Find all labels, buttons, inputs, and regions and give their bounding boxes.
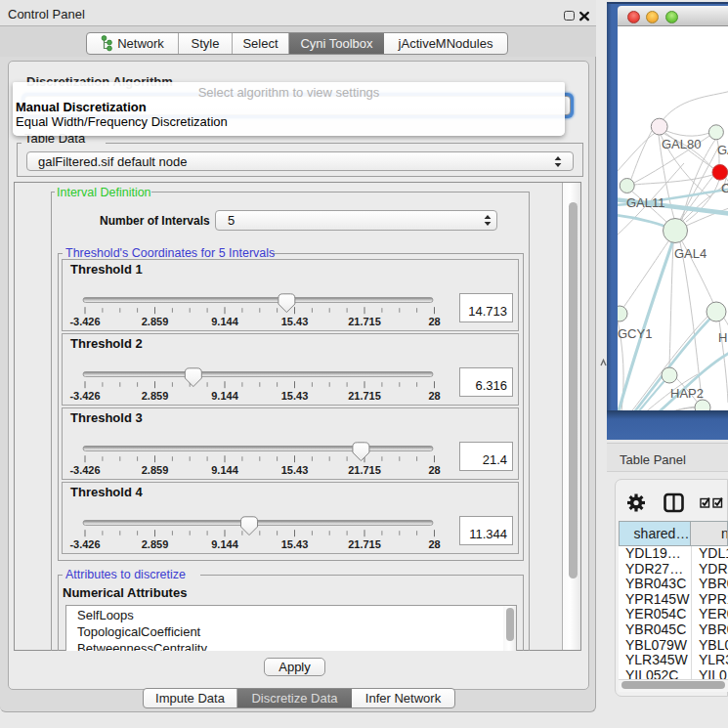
svg-text:GAL4: GAL4: [674, 246, 707, 261]
svg-text:-3.426: -3.426: [69, 390, 100, 402]
svg-text:GCY1: GCY1: [618, 326, 652, 341]
svg-text:28: 28: [428, 538, 440, 550]
svg-text:28: 28: [428, 316, 440, 327]
svg-text:C: C: [721, 181, 728, 195]
svg-text:GAL80: GAL80: [662, 137, 701, 151]
svg-text:15.43: 15.43: [281, 538, 309, 550]
svg-text:15.43: 15.43: [281, 464, 309, 476]
svg-text:2.859: 2.859: [142, 390, 169, 402]
svg-text:21.715: 21.715: [348, 538, 381, 550]
svg-text:-3.426: -3.426: [69, 464, 100, 476]
svg-text:21.715: 21.715: [348, 390, 381, 402]
svg-text:2.859: 2.859: [142, 464, 169, 476]
svg-text:HAP2: HAP2: [670, 386, 704, 401]
svg-text:9.144: 9.144: [211, 316, 238, 327]
svg-text:15.43: 15.43: [281, 316, 309, 327]
svg-text:21.715: 21.715: [348, 464, 381, 476]
svg-text:9.144: 9.144: [211, 390, 238, 402]
svg-text:H: H: [718, 330, 727, 345]
svg-text:-3.426: -3.426: [69, 316, 100, 327]
svg-text:28: 28: [428, 390, 440, 402]
svg-text:GA: GA: [717, 143, 728, 157]
svg-text:2.859: 2.859: [142, 538, 169, 550]
svg-text:-3.426: -3.426: [69, 538, 100, 550]
svg-text:GAL11: GAL11: [626, 195, 665, 210]
svg-text:21.715: 21.715: [348, 316, 381, 327]
svg-text:2.859: 2.859: [142, 316, 169, 327]
svg-text:9.144: 9.144: [211, 538, 238, 550]
svg-text:28: 28: [428, 464, 440, 476]
svg-text:9.144: 9.144: [211, 464, 238, 476]
svg-text:15.43: 15.43: [281, 390, 309, 402]
